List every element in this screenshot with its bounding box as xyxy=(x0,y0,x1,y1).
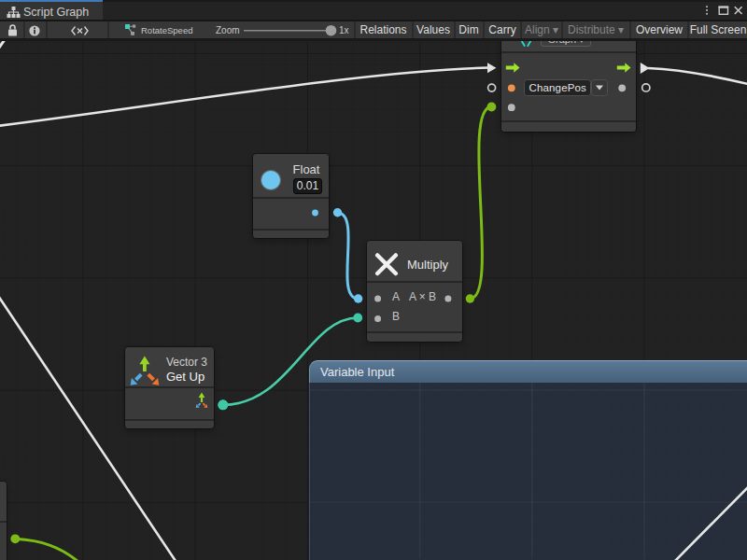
svg-text:ChangePos: ChangePos xyxy=(529,82,587,93)
